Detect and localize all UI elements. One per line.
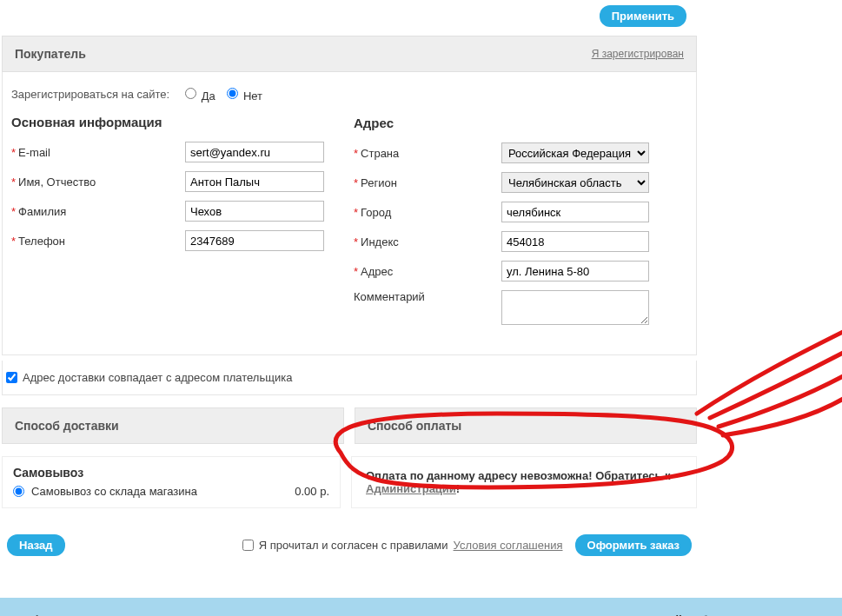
terms-link[interactable]: Условия соглашения bbox=[454, 539, 563, 552]
same-address-checkbox[interactable] bbox=[6, 372, 17, 383]
agree-checkbox[interactable] bbox=[242, 540, 254, 551]
region-label: Регион bbox=[361, 176, 397, 189]
registered-link[interactable]: Я зарегистрирован bbox=[592, 48, 684, 60]
email-label: E-mail bbox=[18, 146, 50, 159]
register-no-label: Нет bbox=[243, 89, 262, 103]
index-label: Индекс bbox=[361, 235, 399, 248]
city-label: Город bbox=[361, 206, 391, 219]
shipping-box: Самовывоз Самовывоз со склада магазина 0… bbox=[2, 456, 341, 508]
comment-field[interactable] bbox=[501, 290, 649, 325]
submit-order-button[interactable]: Оформить заказ bbox=[575, 534, 692, 556]
admin-link[interactable]: Администрации bbox=[366, 482, 456, 495]
surname-field[interactable] bbox=[185, 201, 324, 222]
comment-label: Комментарий bbox=[354, 290, 425, 303]
payment-box: Оплата по данному адресу невозможна! Обр… bbox=[351, 456, 697, 508]
name-label: Имя, Отчество bbox=[18, 176, 96, 189]
payment-method-header: Способ оплаты bbox=[355, 407, 697, 444]
same-address-label: Адрес доставки совпадает с адресом плате… bbox=[23, 371, 292, 384]
register-yes-label: Да bbox=[202, 89, 215, 103]
phone-field[interactable] bbox=[185, 230, 324, 251]
country-select[interactable]: Российская Федерация bbox=[501, 142, 649, 163]
country-label: Страна bbox=[361, 147, 399, 160]
back-button[interactable]: Назад bbox=[7, 534, 65, 556]
name-field[interactable] bbox=[185, 171, 324, 192]
address-heading: Адрес bbox=[354, 116, 687, 130]
city-field[interactable] bbox=[501, 202, 649, 222]
pickup-price: 0.00 р. bbox=[295, 485, 329, 498]
index-field[interactable] bbox=[501, 231, 649, 252]
register-label: Зарегистрироваться на сайте: bbox=[11, 88, 185, 103]
register-no-radio[interactable] bbox=[227, 88, 238, 99]
shipping-subtitle: Самовывоз bbox=[13, 466, 329, 480]
payment-warning-text: Оплата по данному адресу невозможна! Обр… bbox=[366, 469, 671, 482]
pickup-radio[interactable] bbox=[13, 486, 24, 497]
buyer-title: Покупатель bbox=[15, 47, 86, 61]
footer: Информация Поддержка Дополнительно Личны… bbox=[0, 598, 842, 616]
addr-line-field[interactable] bbox=[501, 261, 649, 282]
addr-line-label: Адрес bbox=[361, 265, 393, 278]
buyer-panel-header: Покупатель Я зарегистрирован bbox=[2, 36, 697, 72]
payment-exclam: ! bbox=[456, 482, 460, 495]
main-info-heading: Основная информация bbox=[11, 115, 332, 129]
surname-label: Фамилия bbox=[18, 205, 66, 218]
buyer-form: Зарегистрироваться на сайте: Да Нет Осно… bbox=[2, 72, 697, 355]
phone-label: Телефон bbox=[18, 235, 65, 248]
apply-button[interactable]: Применить bbox=[600, 5, 686, 27]
shipping-method-header: Способ доставки bbox=[2, 407, 344, 444]
agree-text: Я прочитал и согласен с правилами bbox=[259, 539, 448, 552]
pickup-label: Самовывоз со склада магазина bbox=[31, 485, 197, 498]
region-select[interactable]: Челябинская область bbox=[501, 172, 649, 193]
register-yes-radio[interactable] bbox=[185, 88, 196, 99]
email-field[interactable] bbox=[185, 142, 324, 162]
